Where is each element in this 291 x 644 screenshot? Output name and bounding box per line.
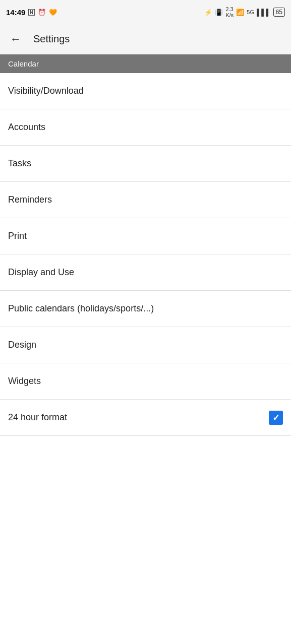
alarm-icon: ⏰: [38, 9, 46, 16]
status-bar-left: 14:49 🄽 ⏰ 🧡: [6, 8, 57, 17]
menu-item-label: Widgets: [8, 376, 41, 387]
menu-item-label: Tasks: [8, 158, 31, 169]
wifi-icon: 📶: [236, 9, 244, 16]
menu-item-reminders[interactable]: Reminders: [0, 182, 291, 218]
status-bar: 14:49 🄽 ⏰ 🧡 ⚡ 📳 2.3K/s 📶 5G ▌▌▌ 65: [0, 0, 291, 24]
status-bar-right: ⚡ 📳 2.3K/s 📶 5G ▌▌▌ 65: [204, 6, 285, 18]
24hour-format-label: 24 hour format: [8, 412, 67, 423]
heart-icon: 🧡: [49, 9, 57, 16]
nfc-icon: 🄽: [28, 9, 35, 16]
24hour-format-checkbox[interactable]: ✓: [269, 411, 283, 425]
menu-item-24hour-format[interactable]: 24 hour format ✓: [0, 400, 291, 436]
back-button[interactable]: ←: [8, 31, 23, 48]
vibrate-icon: 📳: [215, 9, 223, 16]
menu-item-print[interactable]: Print: [0, 218, 291, 254]
page-title: Settings: [33, 33, 70, 45]
network-icon: 5G: [247, 9, 254, 15]
menu-list: Visibility/Download Accounts Tasks Remin…: [0, 73, 291, 436]
menu-item-label: Print: [8, 231, 27, 241]
menu-item-accounts[interactable]: Accounts: [0, 109, 291, 146]
menu-item-label: Accounts: [8, 122, 45, 133]
signal-icon: ▌▌▌: [257, 9, 271, 16]
menu-item-label: Reminders: [8, 195, 52, 205]
menu-item-label: Design: [8, 340, 36, 350]
menu-item-label: Display and Use: [8, 267, 74, 278]
bluetooth-icon: ⚡: [204, 9, 212, 16]
battery-icon: 65: [273, 8, 285, 17]
calendar-section-header: Calendar: [0, 54, 291, 73]
menu-item-display-and-use[interactable]: Display and Use: [0, 254, 291, 291]
settings-header: ← Settings: [0, 24, 291, 54]
menu-item-design[interactable]: Design: [0, 327, 291, 363]
menu-item-tasks[interactable]: Tasks: [0, 146, 291, 182]
menu-item-visibility-download[interactable]: Visibility/Download: [0, 73, 291, 109]
menu-item-label: Public calendars (holidays/sports/...): [8, 303, 154, 314]
data-speed-icon: 2.3K/s: [225, 6, 234, 18]
checkmark-icon: ✓: [272, 412, 280, 423]
menu-item-public-calendars[interactable]: Public calendars (holidays/sports/...): [0, 291, 291, 327]
menu-item-widgets[interactable]: Widgets: [0, 363, 291, 400]
menu-item-label: Visibility/Download: [8, 86, 84, 96]
status-time: 14:49: [6, 8, 25, 17]
